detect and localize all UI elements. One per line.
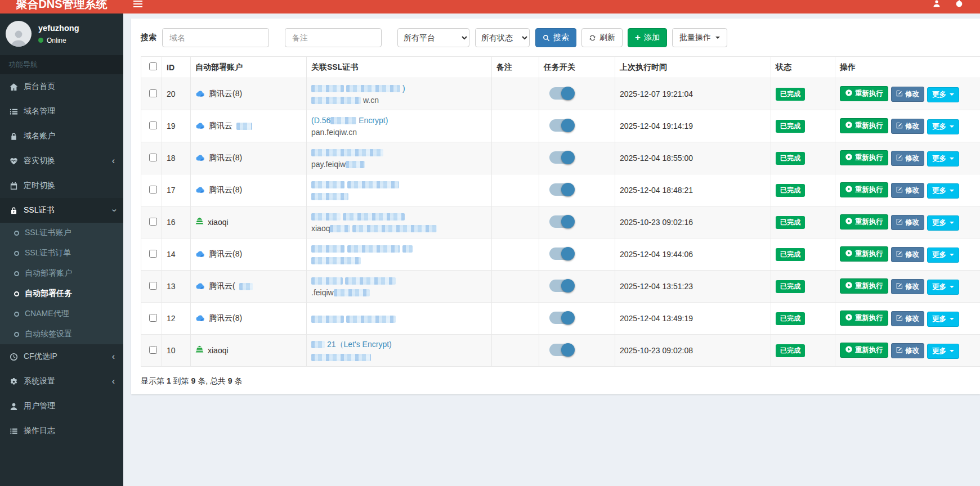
domain-search-input[interactable] [162,28,269,47]
cert-link[interactable]: (D.56Encrypt) [311,116,487,125]
edit-button[interactable]: 修改 [891,151,924,166]
rerun-button[interactable]: 重新执行 [840,246,888,262]
edit-button[interactable]: 修改 [891,247,924,262]
row-checkbox[interactable] [149,186,157,194]
edit-label: 修改 [905,122,919,131]
select-all-checkbox[interactable] [149,62,157,70]
cert-link[interactable] [311,148,487,157]
more-button[interactable]: 更多 [927,280,959,295]
more-button[interactable]: 更多 [927,87,959,102]
rerun-button[interactable]: 重新执行 [840,86,888,101]
row-checkbox[interactable] [149,314,157,322]
sidebar-item-scheduled-switch[interactable]: 定时切换 [0,173,123,198]
row-checkbox[interactable] [149,346,157,354]
redacted-text [239,283,253,290]
sidebar-item-user-manage[interactable]: 用户管理 [0,394,123,418]
more-button[interactable]: 更多 [927,151,959,166]
batch-actions-button[interactable]: 批量操作 [672,28,727,47]
cert-link[interactable] [311,212,487,221]
edit-button[interactable]: 修改 [891,119,924,134]
user-icon[interactable] [933,0,941,14]
cert-link[interactable] [311,244,487,253]
sidebar-item-operation-log[interactable]: 操作日志 [0,418,123,443]
task-switch-toggle[interactable] [549,119,574,132]
sidebar-subitem-auto-deploy-accounts[interactable]: 自动部署账户 [0,263,123,284]
edit-button[interactable]: 修改 [891,87,924,102]
add-button[interactable]: + 添加 [628,28,667,47]
rerun-button[interactable]: 重新执行 [840,278,888,294]
edit-icon [896,282,903,291]
cert-domain-text: w.cn [363,96,379,105]
sidebar-subitem-auto-renew-settings[interactable]: 自动续签设置 [0,324,123,344]
edit-button[interactable]: 修改 [891,343,924,358]
edit-button[interactable]: 修改 [891,279,924,294]
note-search-input[interactable] [285,28,382,47]
task-switch-toggle[interactable] [549,183,574,196]
task-switch-toggle[interactable] [549,248,574,260]
task-switch-toggle[interactable] [549,312,574,324]
tencent-cloud-icon [195,89,205,98]
more-button[interactable]: 更多 [927,312,959,327]
more-button[interactable]: 更多 [927,215,959,231]
rerun-button[interactable]: 重新执行 [840,182,888,197]
cert-link[interactable] [311,276,487,285]
power-icon[interactable] [955,0,963,14]
edit-button[interactable]: 修改 [891,183,924,198]
edit-button[interactable]: 修改 [891,311,924,326]
sidebar-subitem-ssl-cert-accounts[interactable]: SSL证书账户 [0,223,123,243]
rerun-button[interactable]: 重新执行 [840,310,888,326]
row-checkbox[interactable] [149,250,157,258]
row-checkbox[interactable] [149,154,157,161]
status-badge: 已完成 [776,152,805,165]
platform-select[interactable]: 所有平台 [397,28,469,47]
sidebar-item-cf-preferred-ip[interactable]: CF优选IP‹ [0,344,123,369]
task-switch-toggle[interactable] [549,151,574,164]
refresh-button[interactable]: 刷新 [581,28,623,47]
more-label: 更多 [932,314,946,324]
remark-cell [492,142,539,174]
main-content: 搜索 所有平台 所有状态 搜索 刷新 + 添加 批量操作 [123,14,980,486]
rerun-button[interactable]: 重新执行 [840,214,888,230]
task-switch-toggle[interactable] [549,215,574,228]
cert-link[interactable]: 21（Let's Encrypt) [311,340,487,350]
more-button[interactable]: 更多 [927,183,959,199]
edit-icon [896,122,903,130]
rerun-button[interactable]: 重新执行 [840,118,888,133]
edit-button[interactable]: 修改 [891,215,924,230]
task-switch-toggle[interactable] [549,280,574,292]
sidebar-subitem-auto-deploy-tasks[interactable]: 自动部署任务 [0,284,123,304]
sidebar-toggle-icon[interactable] [123,0,153,14]
rerun-button[interactable]: 重新执行 [840,150,888,165]
sidebar-item-label: 域名管理 [24,106,55,116]
last-run-time: 2025-12-04 19:14:19 [615,110,771,142]
more-button[interactable]: 更多 [927,248,959,263]
sidebar-item-domain-manage[interactable]: 域名管理 [0,99,123,124]
status-select[interactable]: 所有状态 [475,28,530,47]
rerun-button[interactable]: 重新执行 [840,343,888,358]
sidebar-item-ssl-cert[interactable]: SSL证书‹ [0,198,123,223]
sidebar-item-failover-switch[interactable]: 容灾切换‹ [0,148,123,173]
caret-down-icon [950,350,954,352]
cert-link[interactable] [311,180,487,189]
sidebar-item-home[interactable]: 后台首页 [0,74,123,99]
sidebar-subitem-cname-proxy[interactable]: CNAME代理 [0,304,123,324]
cert-link[interactable]: ) [311,84,487,93]
row-checkbox[interactable] [149,89,157,97]
row-checkbox[interactable] [149,218,157,226]
row-checkbox[interactable] [149,122,157,129]
redacted-text [346,316,396,323]
search-button[interactable]: 搜索 [535,28,576,47]
task-switch-toggle[interactable] [549,87,574,100]
account-name: 腾讯云(8) [209,89,242,99]
chevron-left-icon: ‹ [112,379,115,384]
app-logo[interactable]: 聚合DNS管理系统 [0,0,123,14]
more-button[interactable]: 更多 [927,119,959,134]
sidebar-item-system-settings[interactable]: 系统设置‹ [0,369,123,394]
row-checkbox[interactable] [149,282,157,290]
cert-link[interactable] [311,314,487,323]
more-button[interactable]: 更多 [927,344,959,359]
sidebar-item-domain-account[interactable]: 域名账户 [0,124,123,148]
sidebar-subitem-ssl-cert-orders[interactable]: SSL证书订单 [0,243,123,263]
task-switch-toggle[interactable] [549,344,574,356]
circle-o-icon [14,332,19,337]
